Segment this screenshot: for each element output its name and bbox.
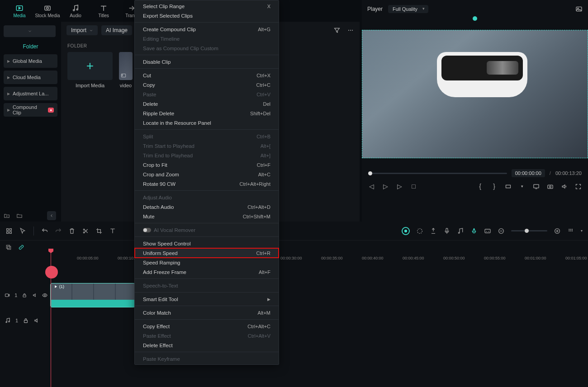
context-menu-item[interactable]: Locate in the Resource Panel <box>135 118 279 127</box>
folder-add-icon[interactable] <box>4 212 10 219</box>
play-forward-button[interactable]: ▷ <box>396 183 403 190</box>
context-menu-item[interactable]: Color MatchAlt+M <box>135 308 279 317</box>
tab-media[interactable]: Media <box>5 0 33 22</box>
fullscreen-button[interactable] <box>575 183 582 190</box>
render-indicator[interactable] <box>402 227 410 235</box>
player-preview[interactable] <box>362 20 588 168</box>
display-button[interactable] <box>533 183 540 190</box>
context-menu-item[interactable]: Add Freeze FrameAlt+F <box>135 267 279 277</box>
context-menu-item[interactable]: Crop and ZoomAlt+C <box>135 170 279 179</box>
link-icon[interactable] <box>18 244 24 250</box>
scrub-playhead[interactable] <box>368 171 372 175</box>
zoom-in-button[interactable] <box>554 227 561 235</box>
quality-select[interactable]: Full Quality <box>388 5 428 13</box>
sidebar-item-compound-clip[interactable]: ▶ Compound Clip ● <box>4 103 57 117</box>
filter-icon[interactable] <box>333 27 341 34</box>
timeline-ruler[interactable]: 00:00:05:0000:00:10:0000:00:15:0000:00:2… <box>47 254 588 265</box>
mark-in-button[interactable]: { <box>477 183 484 190</box>
undo-button[interactable] <box>41 227 48 235</box>
color-icon[interactable] <box>416 227 423 235</box>
visibility-icon[interactable] <box>42 292 47 298</box>
lock-icon[interactable] <box>22 292 27 298</box>
crop-button[interactable] <box>95 227 103 235</box>
chevron-down-icon[interactable]: ▾ <box>519 183 526 190</box>
mic-icon[interactable] <box>443 227 450 235</box>
preview-frame[interactable] <box>362 30 588 158</box>
text-button[interactable] <box>109 227 116 235</box>
view-grid-icon[interactable] <box>567 227 574 235</box>
svg-point-4 <box>76 9 78 10</box>
context-menu-item[interactable]: Speed Ramping <box>135 258 279 267</box>
audio-track-body[interactable] <box>47 309 588 332</box>
stop-button[interactable]: □ <box>410 183 417 190</box>
audio-fx-icon[interactable] <box>457 227 464 235</box>
context-menu-item[interactable]: DeleteDel <box>135 99 279 109</box>
context-menu-item[interactable]: Copy EffectCtrl+Alt+C <box>135 321 279 331</box>
delete-button[interactable] <box>68 227 76 235</box>
context-menu-item[interactable]: Ripple DeleteShift+Del <box>135 109 279 118</box>
ratio-button[interactable] <box>505 183 512 190</box>
context-menu-item[interactable]: MuteCtrl+Shift+M <box>135 212 279 221</box>
chroma-icon[interactable] <box>470 227 478 235</box>
playhead-grip[interactable] <box>45 266 58 278</box>
caption-icon[interactable] <box>484 227 491 235</box>
more-icon[interactable] <box>347 27 354 34</box>
prev-frame-button[interactable]: ◁ <box>368 183 375 190</box>
play-button[interactable]: ▷ <box>382 183 389 190</box>
video-track-body[interactable]: (1) <box>47 281 588 309</box>
context-menu-item[interactable]: Rotate 90 CWCtrl+Alt+Right <box>135 179 279 189</box>
context-menu-separator <box>135 292 279 293</box>
camera-button[interactable] <box>547 183 554 190</box>
cursor-icon[interactable] <box>19 227 26 235</box>
zoom-knob[interactable] <box>525 229 529 233</box>
zoom-out-button[interactable] <box>498 227 505 235</box>
context-menu-item[interactable]: Delete Effect <box>135 340 279 350</box>
context-menu-item[interactable]: Detach AudioCtrl+Alt+D <box>135 202 279 212</box>
volume-button[interactable] <box>561 183 568 190</box>
context-menu-item[interactable]: Disable Clip <box>135 57 279 66</box>
marker-icon[interactable] <box>430 227 437 235</box>
tab-titles[interactable]: Titles <box>90 0 118 22</box>
collapse-sidebar-button[interactable] <box>47 211 56 220</box>
import-button[interactable]: Import <box>66 25 98 35</box>
chevron-down-icon[interactable]: ▾ <box>581 229 583 233</box>
svg-rect-34 <box>570 230 571 231</box>
tab-stock-media[interactable]: Stock Media <box>33 0 62 22</box>
mute-icon[interactable] <box>32 292 38 298</box>
grid-icon[interactable] <box>5 227 13 235</box>
svg-rect-19 <box>9 228 11 230</box>
sidebar-add-button[interactable] <box>4 25 56 37</box>
media-item-video[interactable]: video <box>119 52 133 88</box>
context-menu-item[interactable]: Create Compound ClipAlt+G <box>135 24 279 34</box>
redo-button[interactable] <box>55 227 62 235</box>
context-menu-item[interactable]: Select Clip RangeX <box>135 1 279 11</box>
import-media-tile[interactable]: + Import Media <box>67 52 113 88</box>
context-menu-item[interactable]: CopyCtrl+C <box>135 80 279 90</box>
tab-audio[interactable]: Audio <box>62 0 90 22</box>
mark-out-button[interactable]: } <box>491 183 498 190</box>
scrub-track[interactable] <box>368 173 507 174</box>
context-menu-separator <box>135 319 279 320</box>
audio-track-icon <box>5 317 11 324</box>
layers-icon[interactable] <box>5 244 12 250</box>
split-button[interactable] <box>82 227 89 235</box>
context-menu-item[interactable]: Show Speed Control <box>135 239 279 248</box>
media-item-label: video <box>120 83 132 88</box>
context-menu-item-label: Trim End to Playhead <box>143 153 193 158</box>
context-menu-item[interactable]: Smart Edit Tool▶ <box>135 294 279 304</box>
lock-icon[interactable] <box>23 317 29 324</box>
rotate-handle[interactable] <box>473 16 477 21</box>
sidebar-item-cloud-media[interactable]: ▶ Cloud Media <box>4 71 57 84</box>
ai-image-button[interactable]: AI Image <box>101 25 132 35</box>
folder-icon[interactable] <box>16 212 23 219</box>
context-menu-item[interactable]: CutCtrl+X <box>135 71 279 80</box>
timeline-clip[interactable]: (1) <box>50 283 135 307</box>
sidebar-item-global-media[interactable]: ▶ Global Media <box>4 54 57 68</box>
context-menu-item[interactable]: Crop to FitCtrl+F <box>135 160 279 170</box>
snapshot-icon[interactable] <box>575 5 583 13</box>
mute-icon[interactable] <box>33 317 40 324</box>
context-menu-item[interactable]: Uniform SpeedCtrl+R <box>135 248 279 258</box>
sidebar-item-adjustment-layer[interactable]: ▶ Adjustment La... <box>4 87 57 100</box>
zoom-slider[interactable] <box>511 230 547 231</box>
context-menu-item[interactable]: Export Selected Clips <box>135 11 279 20</box>
